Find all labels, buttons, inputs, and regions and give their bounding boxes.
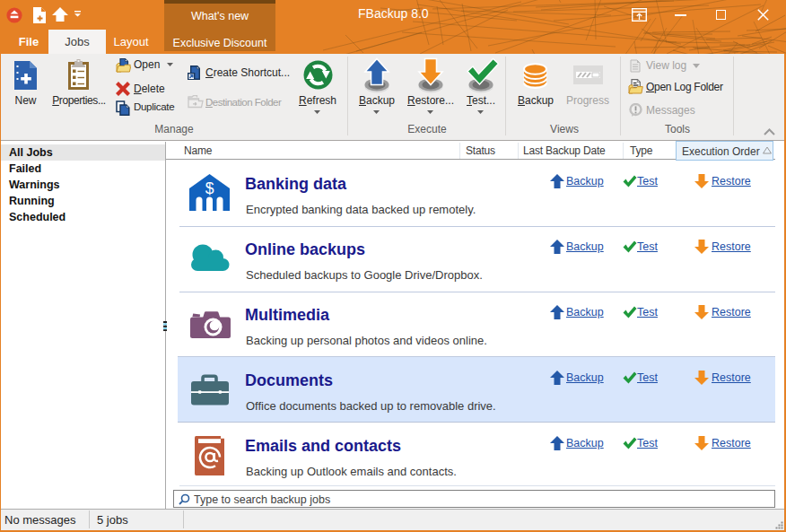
svg-text:$: $ — [205, 179, 214, 197]
